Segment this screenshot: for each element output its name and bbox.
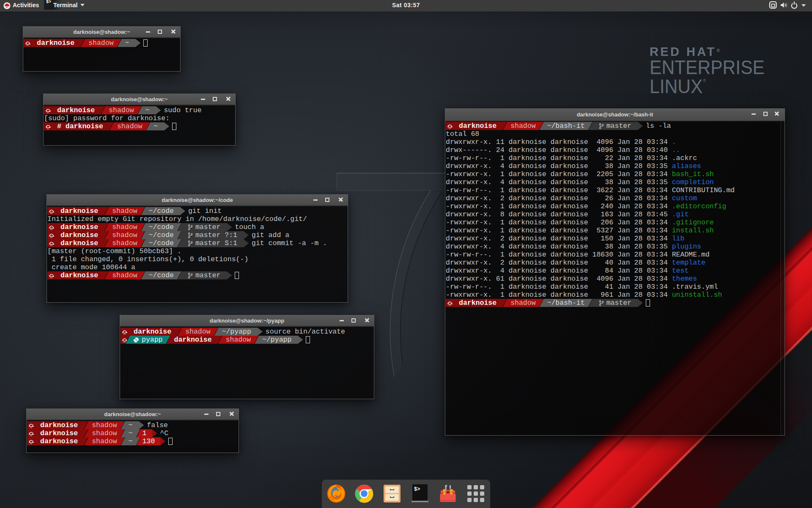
svg-text:$>: $> — [414, 486, 420, 492]
